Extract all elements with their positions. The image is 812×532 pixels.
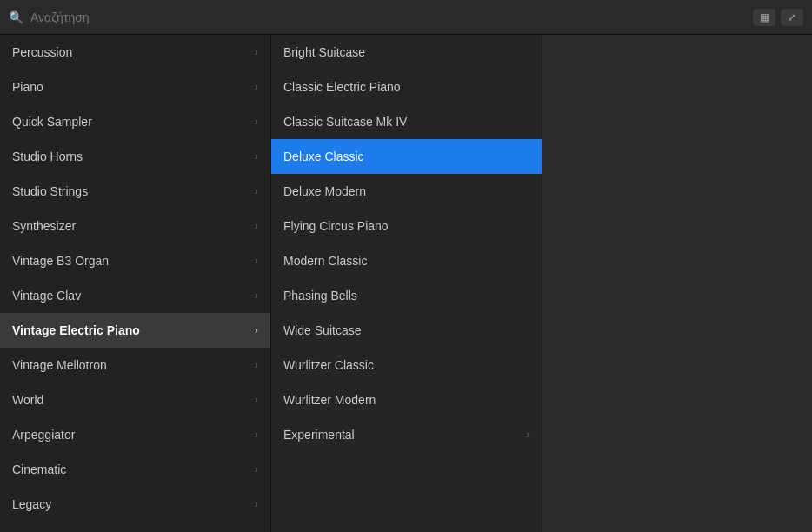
chevron-icon: › <box>255 498 258 510</box>
mid-item-deluxe-classic[interactable]: Deluxe Classic <box>271 139 542 174</box>
left-item-label: World <box>12 393 43 407</box>
mid-item-bright-suitcase[interactable]: Bright Suitcase <box>271 35 542 70</box>
mid-item-label: Classic Electric Piano <box>283 80 401 94</box>
left-item-vintage-electric-piano[interactable]: Vintage Electric Piano› <box>0 313 270 348</box>
left-item-label: Quick Sampler <box>12 115 92 129</box>
mid-item-modern-classic[interactable]: Modern Classic <box>271 243 542 278</box>
content-area: Percussion›Piano›Quick Sampler›Studio Ho… <box>0 35 812 532</box>
left-item-label: Studio Horns <box>12 150 83 163</box>
chevron-icon: › <box>255 394 258 406</box>
chevron-icon: › <box>526 429 529 441</box>
chevron-icon: › <box>255 81 258 93</box>
left-item-label: Studio Strings <box>12 184 88 198</box>
left-item-legacy[interactable]: Legacy› <box>0 487 270 522</box>
chevron-icon: › <box>255 255 258 267</box>
left-item-label: Arpeggiator <box>12 428 75 442</box>
collapse-button[interactable]: ⤢ <box>781 9 803 26</box>
left-item-label: Percussion <box>12 45 72 59</box>
chevron-icon: › <box>255 289 258 302</box>
left-item-studio-horns[interactable]: Studio Horns› <box>0 139 270 174</box>
mid-item-classic-suitcase-mk-iv[interactable]: Classic Suitcase Mk IV <box>271 104 542 139</box>
chevron-icon: › <box>255 150 258 163</box>
mid-item-label: Wurlitzer Modern <box>283 393 376 407</box>
left-item-label: Vintage Electric Piano <box>12 323 140 337</box>
left-item-arpeggiator[interactable]: Arpeggiator› <box>0 417 270 452</box>
left-column: Percussion›Piano›Quick Sampler›Studio Ho… <box>0 35 271 532</box>
left-item-label: Cinematic <box>12 462 66 476</box>
mid-item-deluxe-modern[interactable]: Deluxe Modern <box>271 174 542 209</box>
mid-item-label: Deluxe Classic <box>283 150 364 163</box>
chevron-icon: › <box>255 185 258 197</box>
mid-item-classic-electric-piano[interactable]: Classic Electric Piano <box>271 70 542 104</box>
app-container: 🔍 ▦ ⤢ Percussion›Piano›Quick Sampler›Stu… <box>0 0 812 532</box>
left-item-label: Vintage Clav <box>12 289 81 303</box>
search-icon: 🔍 <box>9 10 23 24</box>
search-input[interactable] <box>30 10 746 24</box>
search-actions: ▦ ⤢ <box>753 9 803 26</box>
mid-item-experimental[interactable]: Experimental› <box>271 417 542 452</box>
left-item-vintage-clav[interactable]: Vintage Clav› <box>0 278 270 313</box>
mid-item-label: Experimental <box>283 428 355 442</box>
search-bar: 🔍 ▦ ⤢ <box>0 0 812 35</box>
chevron-icon: › <box>255 116 258 128</box>
grid-icon: ▦ <box>760 11 769 23</box>
left-item-label: Vintage Mellotron <box>12 358 107 372</box>
mid-item-label: Wide Suitcase <box>283 323 361 337</box>
left-item-synthesizer[interactable]: Synthesizer› <box>0 209 270 243</box>
left-item-label: Synthesizer <box>12 219 76 233</box>
left-item-vintage-mellotron[interactable]: Vintage Mellotron› <box>0 348 270 382</box>
right-column <box>542 35 812 532</box>
chevron-icon: › <box>255 429 258 441</box>
left-item-piano[interactable]: Piano› <box>0 70 270 104</box>
collapse-icon: ⤢ <box>788 11 796 23</box>
mid-item-label: Deluxe Modern <box>283 184 366 198</box>
chevron-icon: › <box>255 220 258 232</box>
mid-item-label: Phasing Bells <box>283 289 357 303</box>
left-item-percussion[interactable]: Percussion› <box>0 35 270 70</box>
mid-item-label: Classic Suitcase Mk IV <box>283 115 407 129</box>
mid-item-phasing-bells[interactable]: Phasing Bells <box>271 278 542 313</box>
left-item-studio-strings[interactable]: Studio Strings› <box>0 174 270 209</box>
mid-item-label: Flying Circus Piano <box>283 219 389 233</box>
left-item-vintage-b3-organ[interactable]: Vintage B3 Organ› <box>0 243 270 278</box>
mid-column: Bright SuitcaseClassic Electric PianoCla… <box>271 35 542 532</box>
chevron-icon: › <box>255 46 258 58</box>
grid-view-button[interactable]: ▦ <box>753 9 775 26</box>
mid-item-wurlitzer-modern[interactable]: Wurlitzer Modern <box>271 382 542 417</box>
mid-item-label: Wurlitzer Classic <box>283 358 374 372</box>
left-item-label: Vintage B3 Organ <box>12 254 109 268</box>
left-item-cinematic[interactable]: Cinematic› <box>0 452 270 487</box>
chevron-icon: › <box>255 359 258 371</box>
mid-item-flying-circus-piano[interactable]: Flying Circus Piano <box>271 209 542 243</box>
mid-item-label: Bright Suitcase <box>283 45 365 59</box>
left-item-quick-sampler[interactable]: Quick Sampler› <box>0 104 270 139</box>
mid-item-wide-suitcase[interactable]: Wide Suitcase <box>271 313 542 348</box>
left-item-label: Legacy <box>12 497 51 511</box>
left-item-label: Piano <box>12 80 43 94</box>
chevron-icon: › <box>255 324 258 336</box>
chevron-icon: › <box>255 463 258 475</box>
mid-item-label: Modern Classic <box>283 254 367 268</box>
mid-item-wurlitzer-classic[interactable]: Wurlitzer Classic <box>271 348 542 382</box>
left-item-world[interactable]: World› <box>0 382 270 417</box>
